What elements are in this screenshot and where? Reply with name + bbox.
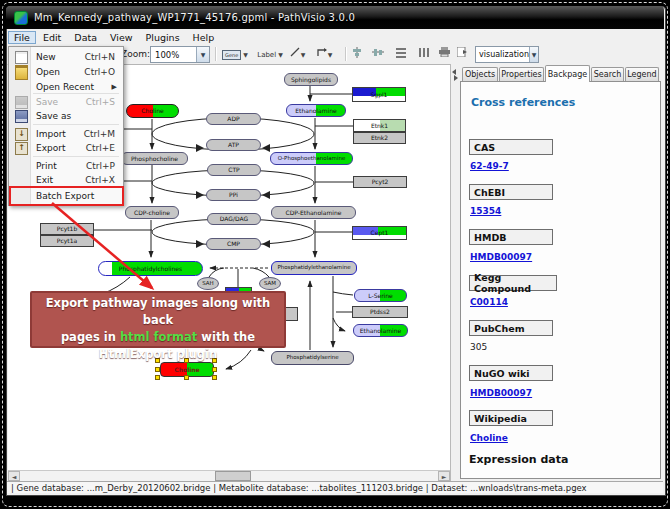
node-cmp[interactable]: CMP [206, 238, 261, 250]
node-pcyt2[interactable]: Pcyt2 [353, 176, 407, 188]
menu-data[interactable]: Data [68, 31, 103, 44]
menu-view[interactable]: View [104, 31, 139, 44]
distribute-columns-icon [418, 47, 430, 58]
node-etnk2[interactable]: Etnk2 [353, 132, 406, 144]
horizontal-scrollbar[interactable]: ◄ ► [8, 470, 450, 481]
line-tool-button[interactable]: ▼ [289, 46, 315, 63]
menu-plugins[interactable]: Plugins [140, 31, 186, 44]
node-ethanolamine[interactable]: Ethanolamine [286, 104, 346, 117]
node-pcyt1a[interactable]: Pcyt1a [40, 235, 94, 247]
node-sphingolipids[interactable]: Sphingolipids [284, 73, 338, 86]
printer-button[interactable] [438, 46, 456, 63]
gene-tool-button[interactable]: Gene ▼ [219, 46, 251, 63]
menu-item-new[interactable]: NewCtrl+N [10, 50, 121, 64]
node-ctp[interactable]: CTP [207, 164, 261, 176]
node-dag[interactable]: DAG/DAG [207, 213, 261, 225]
node-choline[interactable]: Choline [126, 104, 179, 118]
node-adp[interactable]: ADP [206, 113, 261, 125]
selection-handle[interactable] [212, 367, 217, 372]
node-ptdss2[interactable]: Ptdss2 [352, 306, 408, 318]
menu-item-export[interactable]: ↑ ExportCtrl+E [10, 141, 121, 155]
scrollbar-thumb[interactable] [215, 471, 251, 481]
node-sah[interactable]: SAH [197, 277, 219, 290]
menu-edit[interactable]: Edit [37, 31, 67, 44]
selection-handle[interactable] [155, 367, 160, 372]
distribute-columns-button[interactable] [417, 46, 437, 63]
tab-properties[interactable]: Properties [499, 67, 544, 81]
printer-icon [439, 47, 450, 57]
node-l-serine[interactable]: L-Serine [354, 289, 407, 302]
menu-item-save-as[interactable]: Save as [10, 109, 121, 123]
connector-tool-icon [317, 47, 328, 57]
menu-help[interactable]: Help [187, 31, 221, 44]
menu-item-save: SaveCtrl+S [10, 95, 121, 109]
tab-search[interactable]: Search [591, 67, 624, 81]
scroll-left-icon[interactable]: ◄ [8, 471, 20, 481]
new-document-icon [15, 51, 28, 64]
screenshot-root: { "window": { "title": "Mm_Kennedy_pathw… [0, 0, 670, 509]
side-panel: Objects Properties Backpage Search Legen… [458, 64, 663, 481]
highlighted-text: html format [120, 330, 197, 344]
node-phosphocholine[interactable]: Phosphocholine [121, 152, 188, 165]
distribute-rows-icon [395, 47, 407, 58]
selection-handle[interactable] [184, 375, 189, 380]
node-sgpl1[interactable]: Sgpl1 [352, 87, 406, 102]
file-menu-popup: NewCtrl+N OpenCtrl+O Open Recent▶ SaveCt… [8, 46, 124, 206]
nugo-link[interactable]: HMDB00097 [470, 388, 532, 398]
node-etnk1[interactable]: Etnk1 [353, 119, 406, 132]
align-middle-icon [372, 47, 384, 58]
node-phosphatidylcholines[interactable]: Phosphatidylcholines [98, 261, 203, 276]
visualization-combobox[interactable]: visualization ▼ [475, 46, 539, 63]
export-image-button[interactable] [456, 46, 474, 63]
section-header-kegg: Kegg Compound [469, 275, 557, 291]
chevron-down-icon[interactable]: ▼ [196, 47, 209, 62]
title-bar[interactable]: Mm_Kennedy_pathway_WP1771_45176.gpml - P… [6, 6, 664, 29]
menu-item-open-recent[interactable]: Open Recent▶ [10, 80, 121, 94]
node-atp[interactable]: ATP [206, 139, 261, 151]
align-center-icon [351, 47, 363, 58]
selection-handle[interactable] [155, 375, 160, 380]
menu-bar: File Edit Data View Plugins Help [7, 29, 663, 45]
save-as-disk-icon [15, 110, 28, 123]
menu-file[interactable]: File [8, 31, 36, 44]
menu-item-exit[interactable]: ExitCtrl+X [10, 173, 121, 187]
node-ethanolamine-2[interactable]: Ethanolamine [353, 324, 408, 337]
chebi-link[interactable]: 15354 [470, 206, 501, 216]
pubchem-value: 305 [470, 342, 487, 352]
menu-item-print[interactable]: PrintCtrl+P [10, 159, 121, 173]
align-center-button[interactable] [350, 46, 370, 63]
tab-backpage[interactable]: Backpage [545, 65, 590, 82]
menu-item-open[interactable]: OpenCtrl+O [10, 65, 121, 79]
wikipedia-link[interactable]: Choline [470, 433, 508, 443]
section-header-nugo: NuGO wiki [469, 365, 553, 381]
distribute-rows-button[interactable] [394, 46, 414, 63]
gene-node-icon: Gene [222, 50, 241, 60]
node-cept1[interactable]: Cept1 [352, 226, 407, 240]
export-image-icon [457, 47, 468, 57]
connector-tool-button[interactable]: ▼ [316, 46, 342, 63]
chevron-down-icon[interactable]: ▼ [529, 47, 538, 62]
zoom-label: Zoom: [121, 49, 150, 59]
tab-legend[interactable]: Legend [625, 67, 659, 81]
zoom-combobox[interactable]: 100% ▼ [150, 46, 210, 63]
label-tool-button[interactable]: Label▼ [253, 46, 287, 63]
node-cdp-ethanolamine[interactable]: CDP-Ethanolamine [271, 206, 356, 219]
cross-references-heading: Cross references [471, 96, 575, 109]
node-phosphatidylethanolamine[interactable]: Phosphatidylethanolamine [271, 261, 357, 275]
batch-export-highlight-box [9, 186, 124, 206]
app-icon [14, 11, 28, 25]
hmdb-link[interactable]: HMDB00097 [470, 252, 532, 262]
node-ppi[interactable]: PPi [206, 189, 261, 201]
align-middle-button[interactable] [371, 46, 391, 63]
node-pcyt1b[interactable]: Pcyt1b [40, 223, 94, 235]
kegg-link[interactable]: C00114 [470, 297, 508, 307]
node-sam[interactable]: SAM [259, 277, 281, 290]
node-cdp-choline[interactable]: CDP-choline [125, 206, 179, 219]
selection-handle[interactable] [212, 375, 217, 380]
node-o-phosphoethanolamine[interactable]: O-Phosphoethanolamine [270, 152, 353, 165]
scroll-right-icon[interactable]: ► [438, 471, 450, 481]
section-header-hmdb: HMDB [469, 229, 553, 245]
cas-link[interactable]: 62-49-7 [470, 161, 509, 171]
menu-item-import[interactable]: ↓ ImportCtrl+M [10, 127, 121, 141]
tab-objects[interactable]: Objects [462, 67, 498, 81]
